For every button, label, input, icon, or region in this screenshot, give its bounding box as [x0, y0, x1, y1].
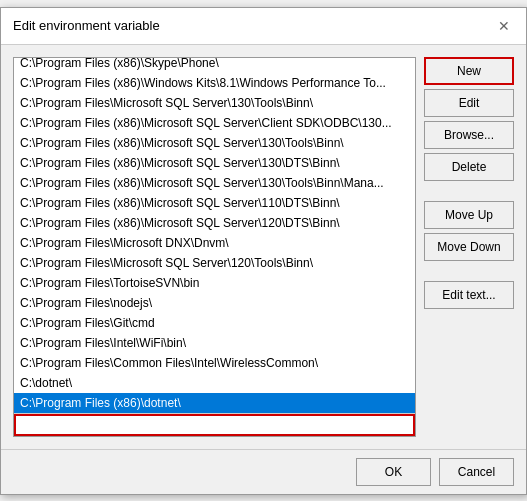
list-item[interactable]: C:\Program Files (x86)\Microsoft SQL Ser… [14, 133, 415, 153]
list-item[interactable]: C:\Program Files (x86)\Skype\Phone\ [14, 58, 415, 73]
list-item[interactable]: C:\Program Files (x86)\Windows Kits\8.1\… [14, 73, 415, 93]
move-down-button[interactable]: Move Down [424, 233, 514, 261]
edit-env-dialog: Edit environment variable ✕ C:\Program F… [0, 7, 527, 495]
list-item[interactable]: C:\Program Files\Microsoft DNX\Dnvm\ [14, 233, 415, 253]
list-item[interactable]: C:\Program Files\Intel\WiFi\bin\ [14, 333, 415, 353]
buttons-panel: New Edit Browse... Delete Move Up Move D… [424, 57, 514, 437]
delete-button[interactable]: Delete [424, 153, 514, 181]
new-item-input[interactable] [14, 414, 415, 436]
close-button[interactable]: ✕ [494, 16, 514, 36]
cancel-button[interactable]: Cancel [439, 458, 514, 486]
new-item-row [14, 413, 415, 436]
dialog-footer: OK Cancel [1, 449, 526, 494]
list-item[interactable]: C:\Program Files\Microsoft SQL Server\12… [14, 253, 415, 273]
list-item[interactable]: C:\Program Files\Microsoft SQL Server\13… [14, 93, 415, 113]
ok-button[interactable]: OK [356, 458, 431, 486]
env-list-container: C:\Program Files\Intel\Intel(R) Manageme… [13, 57, 416, 437]
env-list[interactable]: C:\Program Files\Intel\Intel(R) Manageme… [14, 58, 415, 413]
move-up-button[interactable]: Move Up [424, 201, 514, 229]
list-item[interactable]: C:\Program Files (x86)\Microsoft SQL Ser… [14, 113, 415, 133]
list-item[interactable]: C:\dotnet\ [14, 373, 415, 393]
list-item[interactable]: C:\Program Files\TortoiseSVN\bin [14, 273, 415, 293]
list-item[interactable]: C:\Program Files (x86)\dotnet\ [14, 393, 415, 413]
spacer1 [424, 185, 514, 197]
list-item[interactable]: C:\Program Files (x86)\Microsoft SQL Ser… [14, 173, 415, 193]
edit-text-button[interactable]: Edit text... [424, 281, 514, 309]
list-item[interactable]: C:\Program Files\Git\cmd [14, 313, 415, 333]
dialog-title: Edit environment variable [13, 18, 160, 33]
list-item[interactable]: C:\Program Files\nodejs\ [14, 293, 415, 313]
list-item[interactable]: C:\Program Files\Common Files\Intel\Wire… [14, 353, 415, 373]
browse-button[interactable]: Browse... [424, 121, 514, 149]
content-area: C:\Program Files\Intel\Intel(R) Manageme… [1, 45, 526, 449]
title-bar: Edit environment variable ✕ [1, 8, 526, 45]
edit-button[interactable]: Edit [424, 89, 514, 117]
new-button[interactable]: New [424, 57, 514, 85]
list-item[interactable]: C:\Program Files (x86)\Microsoft SQL Ser… [14, 193, 415, 213]
spacer2 [424, 265, 514, 277]
list-item[interactable]: C:\Program Files (x86)\Microsoft SQL Ser… [14, 153, 415, 173]
list-item[interactable]: C:\Program Files (x86)\Microsoft SQL Ser… [14, 213, 415, 233]
